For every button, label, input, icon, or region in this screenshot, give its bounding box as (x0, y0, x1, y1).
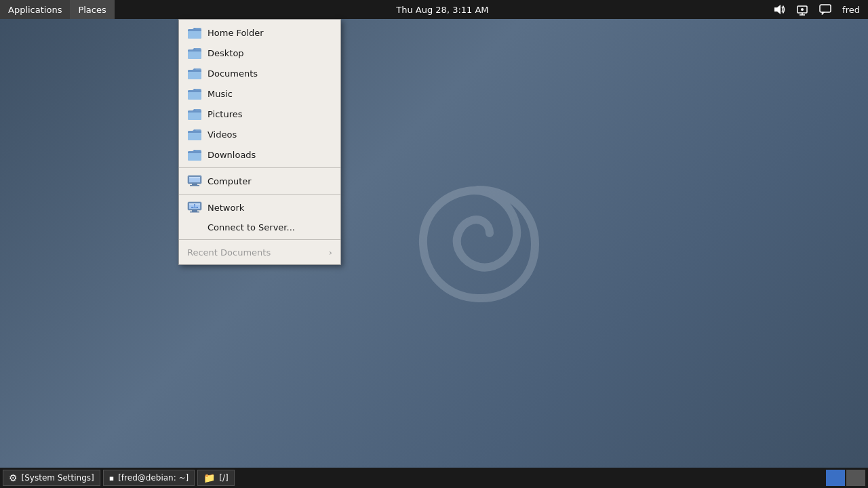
separator-3 (179, 239, 340, 240)
network-label: Network (208, 203, 244, 213)
terminal-icon: ▪ (109, 474, 114, 483)
svg-marker-6 (822, 12, 825, 15)
top-panel: Applications Places Thu Aug 28, 3:11 AM (0, 0, 868, 19)
system-settings-label: [System Settings] (22, 473, 94, 483)
menu-item-connect-to-server[interactable]: Connect to Server... (179, 218, 340, 237)
music-label: Music (208, 89, 233, 99)
places-dropdown-menu: Home Folder Desktop Documents (178, 19, 341, 265)
applications-menu[interactable]: Applications (0, 0, 70, 19)
home-folder-label: Home Folder (208, 28, 264, 38)
svg-rect-14 (192, 210, 197, 211)
computer-icon (187, 174, 202, 188)
menu-item-desktop[interactable]: Desktop (179, 43, 340, 63)
system-settings-icon: ⚙ (9, 472, 18, 483)
files-label: [/] (219, 473, 228, 483)
menu-item-documents[interactable]: Documents (179, 63, 340, 83)
menu-item-music[interactable]: Music (179, 83, 340, 104)
separator-1 (179, 167, 340, 168)
svg-rect-11 (189, 177, 200, 178)
taskbar-right-buttons (826, 470, 865, 486)
bottom-panel: ⚙ [System Settings] ▪ [fred@debian: ~] 📁… (0, 468, 868, 488)
taskbar-blue-button[interactable] (826, 470, 845, 486)
recent-documents-label: Recent Documents (187, 247, 271, 258)
network-status-icon[interactable] (793, 3, 811, 16)
connect-to-server-label: Connect to Server... (208, 222, 295, 232)
pictures-label: Pictures (208, 109, 242, 119)
panel-left: Applications Places (0, 0, 115, 19)
network-icon (187, 200, 202, 215)
desktop (0, 0, 868, 488)
pictures-folder-icon (187, 106, 202, 121)
svg-point-4 (801, 8, 804, 11)
taskbar-item-system-settings[interactable]: ⚙ [System Settings] (3, 470, 100, 486)
taskbar-item-terminal[interactable]: ▪ [fred@debian: ~] (103, 470, 195, 486)
downloads-folder-icon (187, 147, 202, 162)
downloads-label: Downloads (208, 150, 256, 160)
svg-rect-5 (820, 5, 831, 12)
svg-marker-0 (774, 5, 781, 14)
documents-label: Documents (208, 68, 258, 79)
places-menu[interactable]: Places (70, 0, 114, 19)
username-label: fred (840, 5, 863, 15)
separator-2 (179, 194, 340, 195)
debian-swirl-logo (410, 176, 545, 312)
menu-item-home-folder[interactable]: Home Folder (179, 22, 340, 43)
home-folder-icon (187, 25, 202, 40)
documents-folder-icon (187, 66, 202, 81)
svg-rect-15 (190, 211, 199, 213)
menu-item-computer[interactable]: Computer (179, 171, 340, 191)
menu-item-downloads[interactable]: Downloads (179, 144, 340, 165)
videos-label: Videos (208, 129, 237, 140)
terminal-label: [fred@debian: ~] (118, 473, 189, 483)
panel-clock: Thu Aug 28, 3:11 AM (115, 5, 770, 15)
svg-point-19 (194, 204, 195, 205)
menu-item-network[interactable]: Network (179, 197, 340, 218)
panel-right: fred (770, 0, 868, 19)
menu-item-recent-documents: Recent Documents › (179, 243, 340, 262)
svg-rect-9 (192, 184, 197, 185)
desktop-label: Desktop (208, 48, 244, 58)
menu-item-pictures[interactable]: Pictures (179, 104, 340, 124)
recent-documents-arrow: › (329, 247, 332, 258)
volume-icon[interactable] (770, 3, 788, 16)
music-folder-icon (187, 86, 202, 101)
desktop-folder-icon (187, 45, 202, 60)
menu-item-videos[interactable]: Videos (179, 124, 340, 144)
videos-folder-icon (187, 127, 202, 142)
files-icon: 📁 (203, 472, 215, 483)
taskbar-item-files[interactable]: 📁 [/] (197, 470, 234, 486)
taskbar-grey-button[interactable] (846, 470, 865, 486)
chat-icon[interactable] (816, 3, 834, 16)
svg-point-20 (191, 207, 193, 208)
computer-label: Computer (208, 176, 252, 186)
svg-point-21 (197, 207, 198, 208)
svg-rect-10 (190, 185, 199, 186)
